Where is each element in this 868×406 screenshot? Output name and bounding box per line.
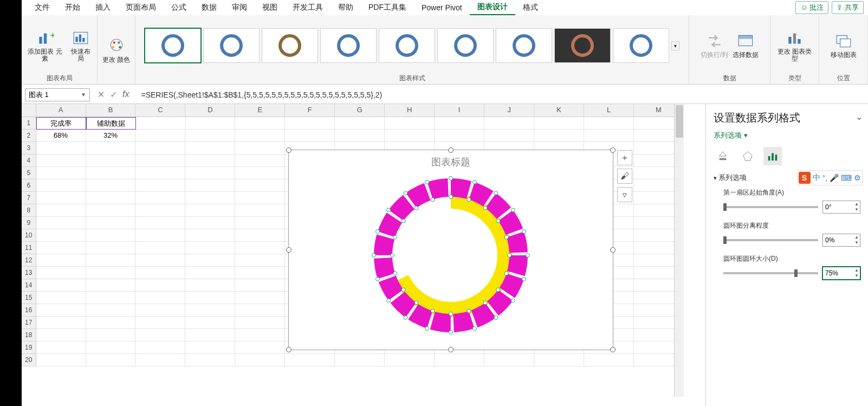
chart-object[interactable]: 图表标题 ＋ 🖌 ▿ (288, 150, 613, 350)
menu-page-layout[interactable]: 页面布局 (118, 1, 164, 15)
cell[interactable]: 32% (86, 130, 136, 142)
vertical-scrollbar[interactable] (674, 104, 684, 397)
cell[interactable] (86, 167, 136, 179)
menu-format[interactable]: 格式 (515, 1, 546, 15)
chart-style-3[interactable] (262, 28, 318, 63)
cell[interactable] (36, 167, 86, 179)
cell[interactable] (135, 329, 185, 341)
col-header[interactable]: K (534, 104, 584, 117)
chart-style-1[interactable] (145, 28, 201, 63)
chart-style-6[interactable] (437, 28, 494, 63)
menu-chart-design[interactable]: 图表设计 (470, 0, 515, 15)
menu-data[interactable]: 数据 (194, 1, 224, 15)
row-header[interactable]: 9 (22, 217, 36, 229)
formula-input[interactable]: =SERIES(,Sheet1!$A$1:$B$1,{5,5,5,5,5,5,5… (141, 91, 868, 99)
cell[interactable] (584, 117, 634, 130)
ime-punct-icon[interactable]: °, (822, 173, 828, 182)
cell[interactable] (135, 154, 185, 167)
cell[interactable] (86, 341, 136, 354)
cell[interactable] (86, 267, 136, 279)
col-header[interactable]: F (285, 104, 335, 117)
cell[interactable] (385, 117, 435, 130)
hole-slider[interactable] (723, 272, 818, 274)
doughnut-chart[interactable] (370, 174, 532, 337)
cell[interactable] (185, 142, 235, 154)
cell[interactable] (86, 229, 136, 242)
row-header[interactable]: 6 (22, 179, 36, 192)
cell[interactable] (36, 154, 86, 167)
chart-style-2[interactable] (203, 28, 260, 63)
chart-style-4[interactable] (320, 28, 377, 63)
cell[interactable] (186, 117, 236, 130)
select-all-cell[interactable] (22, 104, 36, 117)
col-header[interactable]: B (86, 104, 136, 117)
cell[interactable] (36, 304, 86, 317)
cell[interactable] (185, 242, 235, 254)
cell[interactable] (235, 179, 285, 192)
angle-input[interactable]: 0°▲▼ (822, 201, 860, 214)
cell[interactable] (135, 204, 185, 217)
cell[interactable]: 68% (36, 130, 86, 142)
col-header[interactable]: E (235, 104, 285, 117)
cell[interactable] (584, 130, 634, 142)
cell[interactable] (86, 279, 136, 292)
angle-slider[interactable] (723, 206, 818, 208)
ime-mic-icon[interactable]: 🎤 (830, 173, 839, 182)
cell[interactable] (36, 267, 86, 279)
cell[interactable] (36, 204, 86, 217)
cell[interactable] (36, 279, 86, 292)
cell[interactable] (385, 354, 435, 366)
cancel-formula-icon[interactable]: ✕ (98, 89, 105, 100)
row-header[interactable]: 11 (22, 242, 36, 254)
cell[interactable] (235, 329, 285, 341)
cell[interactable] (185, 267, 235, 279)
cell[interactable] (285, 354, 335, 366)
chart-style-7[interactable] (496, 28, 552, 63)
menu-pdf-tools[interactable]: PDF工具集 (361, 1, 414, 15)
menu-home[interactable]: 开始 (57, 1, 88, 15)
row-header[interactable]: 2 (22, 130, 36, 142)
pane-subtitle[interactable]: 系列选项 ▾ (714, 131, 860, 140)
cell[interactable] (285, 117, 335, 130)
fx-icon[interactable]: fx (122, 89, 133, 100)
cell[interactable] (86, 192, 136, 204)
cell[interactable] (185, 254, 235, 267)
row-header[interactable]: 19 (22, 341, 36, 354)
cell[interactable] (534, 130, 584, 142)
cell[interactable] (36, 142, 86, 154)
explode-input[interactable]: 0%▲▼ (822, 234, 860, 247)
annotate-button[interactable]: ☺ 批注 (795, 1, 828, 14)
cell[interactable] (136, 117, 186, 130)
cell[interactable] (135, 242, 185, 254)
cell[interactable] (185, 354, 235, 366)
menu-file[interactable]: 文件 (27, 1, 57, 15)
accept-formula-icon[interactable]: ✓ (110, 89, 117, 100)
col-header[interactable]: J (484, 104, 534, 117)
ime-toolbar[interactable]: S 中 °, 🎤 ⌨ ⚙ (797, 170, 863, 185)
row-header[interactable]: 20 (22, 354, 36, 366)
menu-insert[interactable]: 插入 (88, 1, 118, 15)
menu-review[interactable]: 审阅 (224, 1, 255, 15)
change-colors-button[interactable]: 更改 颜色 (102, 37, 130, 63)
menu-developer[interactable]: 开发工具 (285, 1, 331, 15)
resize-handle[interactable] (448, 347, 454, 352)
cell[interactable] (235, 242, 285, 254)
pane-tab-series[interactable] (763, 147, 782, 165)
menu-view[interactable]: 视图 (255, 1, 285, 15)
cell[interactable]: 辅助数据 (86, 117, 136, 130)
cell[interactable] (235, 117, 285, 130)
resize-handle[interactable] (448, 147, 454, 153)
col-header[interactable]: H (385, 104, 435, 117)
add-chart-element-button[interactable]: ＋ 添加图表 元素 (26, 29, 64, 62)
cell[interactable] (135, 341, 185, 354)
cell[interactable] (86, 317, 136, 329)
chart-style-5[interactable] (379, 28, 435, 63)
cell[interactable] (185, 154, 235, 167)
name-box[interactable]: 图表 1 ▼ (25, 88, 90, 101)
cell[interactable] (86, 304, 136, 317)
cell[interactable] (285, 130, 335, 142)
cell[interactable] (135, 192, 185, 204)
cell[interactable] (185, 179, 235, 192)
chart-filters-button[interactable]: ▿ (617, 187, 632, 202)
row-header[interactable]: 10 (22, 229, 36, 242)
